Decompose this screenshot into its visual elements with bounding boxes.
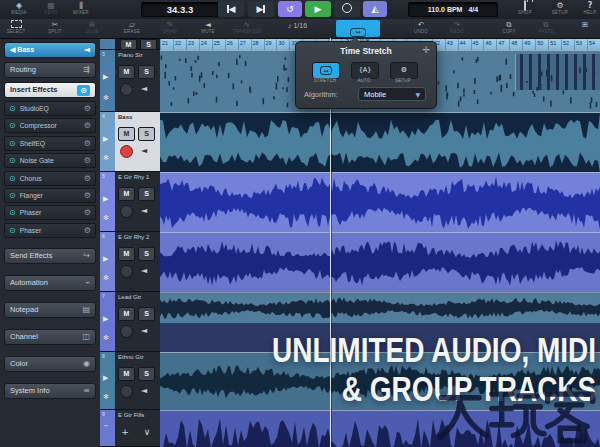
- tool-select[interactable]: SELECT: [0, 20, 32, 35]
- sidebar-item-color[interactable]: Color◉: [4, 356, 96, 372]
- power-icon[interactable]: ⊙: [9, 226, 16, 235]
- tempo-display[interactable]: 110.0 BPM 4/4: [408, 2, 498, 17]
- effect-slot-noise-gate[interactable]: ⊙Noise Gate⚙: [4, 153, 96, 168]
- popup-tab-setup[interactable]: ⚙: [390, 62, 418, 79]
- track-row-lead-gtr[interactable]: 7▶✻Lead GtrMS◄: [100, 292, 160, 352]
- routing-button[interactable]: Routing ⇶: [4, 62, 96, 78]
- skip-to-end-button[interactable]: ▶: [248, 1, 274, 17]
- stretch-tool-button[interactable]: ↔ STRETCH: [336, 20, 380, 37]
- record-arm-button[interactable]: [120, 145, 133, 158]
- gear-icon[interactable]: ⚙: [84, 174, 91, 183]
- gear-icon[interactable]: ⚙: [84, 226, 91, 235]
- record-button[interactable]: [334, 1, 360, 17]
- effect-slot-chorus[interactable]: ⊙Chorus⚙: [4, 171, 96, 186]
- tool-glue[interactable]: ✇GLUE: [76, 20, 108, 35]
- track-header-e-gtr-rhy-2[interactable]: E Gtr Rhy 2MS◄: [115, 232, 160, 291]
- keys-button[interactable]: ▦ KEYS: [36, 1, 66, 15]
- track-arrow-icon[interactable]: ▶: [103, 255, 108, 263]
- solo-button[interactable]: S: [138, 127, 155, 141]
- media-button[interactable]: ◈ MEDIA: [4, 1, 34, 15]
- track-header-e-gtr-fills[interactable]: E Gtr Fills+∨: [115, 410, 160, 446]
- effect-slot-compressor[interactable]: ⊙Compressor⚙: [4, 118, 96, 133]
- power-icon[interactable]: ⊙: [9, 104, 16, 113]
- popup-move-icon[interactable]: ✛: [422, 45, 430, 55]
- sidebar-item-automation[interactable]: Automation⌁: [4, 275, 96, 291]
- freeze-icon[interactable]: ✻: [103, 393, 109, 401]
- track-arrow-icon[interactable]: ▶: [103, 315, 108, 323]
- record-arm-button[interactable]: [120, 205, 133, 218]
- record-arm-button[interactable]: [120, 325, 133, 338]
- track-header-ethno-gtr[interactable]: Ethno GtrMS◄: [115, 352, 160, 409]
- track-row-e-gtr-rhy-2[interactable]: 6▶✻E Gtr Rhy 2MS◄: [100, 232, 160, 292]
- monitor-speaker-icon[interactable]: ◄: [141, 84, 147, 93]
- track-header-lead-gtr[interactable]: Lead GtrMS◄: [115, 292, 160, 351]
- effect-slot-phaser[interactable]: ⊙Phaser⚙: [4, 205, 96, 220]
- tool-erase[interactable]: ▱ERASE: [116, 20, 148, 35]
- track-header-bass[interactable]: BassMS◄: [115, 112, 160, 171]
- time-display[interactable]: 34.3.3: [141, 2, 219, 17]
- monitor-speaker-icon[interactable]: ◄: [141, 326, 147, 335]
- gear-icon[interactable]: ⚙: [84, 121, 91, 130]
- tool-mute[interactable]: ◄MUTE: [192, 20, 224, 35]
- mute-button[interactable]: M: [118, 187, 135, 201]
- skip-to-start-button[interactable]: ◀: [218, 1, 244, 17]
- solo-button[interactable]: S: [138, 187, 155, 201]
- tool-draw[interactable]: ✎DRAW: [154, 20, 186, 35]
- gear-icon[interactable]: ⚙: [84, 156, 91, 165]
- record-arm-button[interactable]: [120, 265, 133, 278]
- record-arm-button[interactable]: [120, 83, 133, 96]
- effect-slot-studioeq[interactable]: ⊙StudioEQ⚙: [4, 101, 96, 116]
- solo-button[interactable]: S: [138, 247, 155, 261]
- lane-e-gtr-rhy-1[interactable]: [160, 172, 600, 232]
- power-icon[interactable]: ⊙: [9, 139, 16, 148]
- sidebar-item-notepad[interactable]: Notepad▤: [4, 302, 96, 318]
- tool-split[interactable]: ✂SPLIT: [39, 20, 71, 35]
- power-icon[interactable]: ⊙: [9, 174, 16, 183]
- play-button[interactable]: ▶: [305, 1, 331, 17]
- sidebar-item-channel[interactable]: Channel◫: [4, 329, 96, 345]
- grid-button[interactable]: ⊞: [569, 20, 600, 29]
- solo-button[interactable]: S: [138, 65, 155, 79]
- mute-button[interactable]: M: [120, 39, 137, 50]
- power-icon[interactable]: ⊙: [9, 208, 16, 217]
- zoom-out-icon[interactable]: −: [103, 422, 109, 430]
- gear-icon[interactable]: ⚙: [84, 104, 91, 113]
- power-icon[interactable]: ⊙: [9, 121, 16, 130]
- track-row-e-gtr-rhy-1[interactable]: 5▶✻E Gtr Rhy 1MS◄: [100, 172, 160, 232]
- undo-button[interactable]: ↶ UNDO: [405, 20, 437, 35]
- track-row-ethno-gtr[interactable]: 8▶✻Ethno GtrMS◄: [100, 352, 160, 410]
- track-arrow-icon[interactable]: ▶: [103, 195, 108, 203]
- power-icon[interactable]: ⊙: [9, 191, 16, 200]
- record-arm-button[interactable]: [120, 385, 133, 398]
- help-button[interactable]: ? HELP: [575, 1, 600, 15]
- freeze-icon[interactable]: ✻: [103, 154, 109, 162]
- popup-tab-auto[interactable]: {A}: [351, 62, 379, 79]
- solo-button[interactable]: S: [140, 39, 157, 50]
- freeze-icon[interactable]: ✻: [103, 214, 109, 222]
- lane-e-gtr-rhy-2[interactable]: [160, 232, 600, 292]
- monitor-speaker-icon[interactable]: ◄: [141, 206, 147, 215]
- algorithm-dropdown[interactable]: Mobile ▼: [358, 87, 426, 101]
- monitor-speaker-icon[interactable]: ◄: [141, 146, 147, 155]
- track-row-piano-str[interactable]: 3▶✻Piano StrMS◄: [100, 50, 160, 112]
- copy-button[interactable]: ⧉ COPY: [493, 20, 525, 35]
- effect-slot-phaser[interactable]: ⊙Phaser⚙: [4, 223, 96, 238]
- insert-effects-button[interactable]: Insert Effects ⊙: [4, 82, 96, 98]
- solo-button[interactable]: S: [138, 307, 155, 321]
- track-arrow-icon[interactable]: ▶: [103, 374, 108, 382]
- mixer-button[interactable]: ⫼ MIXER: [66, 1, 96, 15]
- effect-slot-shelfeq[interactable]: ⊙ShelfEQ⚙: [4, 136, 96, 151]
- monitor-speaker-icon[interactable]: ◄: [141, 386, 147, 395]
- mute-button[interactable]: M: [118, 127, 135, 141]
- lane-bass[interactable]: [160, 112, 600, 172]
- snap-value[interactable]: ♪ 1/16: [288, 22, 307, 29]
- shop-button[interactable]: SHOP: [510, 1, 540, 15]
- track-row-e-gtr-fills[interactable]: 9−E Gtr Fills+∨: [100, 410, 160, 447]
- track-arrow-icon[interactable]: ▶: [103, 135, 108, 143]
- freeze-icon[interactable]: ✻: [103, 334, 109, 342]
- monitor-speaker-icon[interactable]: ◄: [141, 266, 147, 275]
- track-arrow-icon[interactable]: ▶: [103, 73, 108, 81]
- mute-button[interactable]: M: [118, 367, 135, 381]
- sidebar-item-system-info[interactable]: System Info≡: [4, 383, 96, 399]
- effect-slot-flanger[interactable]: ⊙Flanger⚙: [4, 188, 96, 203]
